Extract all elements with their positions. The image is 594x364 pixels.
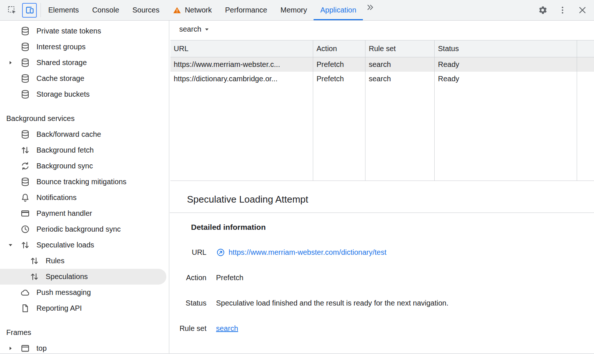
sidebar-item-label: Speculative loads [36, 241, 94, 249]
tab-memory[interactable]: Memory [274, 0, 314, 20]
settings-button[interactable] [535, 3, 550, 18]
detail-label: Status [170, 298, 206, 308]
cloud-icon [20, 288, 30, 297]
sidebar-item-notifications[interactable]: Notifications [0, 190, 169, 206]
sidebar-item-payment-handler[interactable]: Payment handler [0, 206, 169, 221]
cell-status: Ready [435, 57, 577, 72]
sidebar-item-rules[interactable]: Rules [0, 253, 169, 269]
database-icon [20, 26, 30, 36]
dropdown-arrow-icon [204, 27, 209, 32]
sidebar-item-background-sync[interactable]: Background sync [0, 158, 169, 174]
table-header-row: URL Action Rule set Status [170, 40, 594, 57]
sidebar-item-speculations[interactable]: Speculations [0, 269, 166, 285]
sidebar-item-label: Background sync [36, 162, 93, 170]
attempt-title: Speculative Loading Attempt [187, 193, 308, 205]
toolbar-divider [40, 3, 41, 17]
table-empty-area [170, 86, 594, 181]
sidebar-item-storage-buckets[interactable]: Storage buckets [0, 86, 169, 102]
inspect-element-button[interactable] [4, 3, 19, 18]
cell-url: https://dictionary.cambridge.or... [170, 72, 313, 86]
kebab-menu-icon [558, 5, 568, 15]
column-header-status[interactable]: Status [435, 40, 577, 57]
open-url-icon[interactable] [216, 248, 225, 257]
attempt-details: Detailed information URL https://www.mer… [170, 213, 594, 333]
database-icon [20, 129, 30, 139]
arrows-up-down-icon [20, 145, 30, 155]
inspect-icon [7, 5, 17, 15]
detail-row-action: Action Prefetch [170, 272, 594, 283]
sidebar-item-label: Payment handler [36, 209, 92, 218]
tab-elements[interactable]: Elements [42, 0, 85, 20]
tab-label: Network [185, 6, 212, 14]
column-header-rule-set[interactable]: Rule set [365, 40, 435, 57]
bell-icon [20, 193, 30, 203]
detail-section-title: Detailed information [191, 223, 594, 232]
database-icon [20, 89, 30, 99]
sidebar-item-label: Periodic background sync [36, 225, 121, 233]
detail-row-status: Status Speculative load finished and the… [170, 298, 594, 308]
table-row[interactable]: https://www.merriam-webster.c... Prefetc… [170, 57, 594, 72]
tab-console[interactable]: Console [85, 0, 125, 20]
sidebar-item-cache-storage[interactable]: Cache storage [0, 71, 169, 86]
expand-arrow-icon[interactable] [7, 60, 14, 66]
database-icon [20, 74, 30, 83]
sidebar-item-private-state-tokens[interactable]: Private state tokens [0, 23, 169, 39]
database-icon [20, 58, 30, 68]
clock-icon [20, 224, 30, 234]
gear-icon [538, 5, 548, 15]
tab-performance[interactable]: Performance [219, 0, 274, 20]
sidebar-item-label: Reporting API [36, 304, 82, 313]
sidebar-item-reporting-api[interactable]: Reporting API [0, 300, 169, 316]
detail-value: Prefetch [216, 272, 243, 283]
column-header-url[interactable]: URL [170, 40, 313, 57]
toolbar-left-icons [0, 0, 40, 20]
device-toolbar-button[interactable] [22, 3, 37, 18]
rule-set-link[interactable]: search [216, 323, 238, 333]
customize-menu-button[interactable] [555, 3, 570, 18]
sidebar-item-shared-storage[interactable]: Shared storage [0, 55, 169, 71]
tab-label: Console [92, 6, 119, 14]
sidebar-item-back-forward-cache[interactable]: Back/forward cache [0, 126, 169, 142]
sidebar-item-label: Shared storage [36, 58, 87, 67]
arrows-up-down-icon [29, 272, 39, 282]
collapse-arrow-icon[interactable] [7, 242, 14, 248]
tab-label: Sources [132, 6, 159, 14]
arrows-up-down-icon [20, 240, 30, 250]
tab-sources[interactable]: Sources [126, 0, 166, 20]
table-row[interactable]: https://dictionary.cambridge.or... Prefe… [170, 72, 594, 86]
sidebar-section-frames: Frames [0, 325, 169, 340]
sidebar-item-label: Speculations [46, 272, 88, 281]
speculations-table: URL Action Rule set Status https://www.m… [170, 40, 594, 181]
tab-label: Memory [280, 6, 307, 14]
sidebar-item-label: Push messaging [36, 288, 91, 297]
frame-icon [20, 343, 30, 353]
column-header-action[interactable]: Action [313, 40, 365, 57]
document-icon [20, 303, 30, 313]
sidebar-item-label: Private state tokens [36, 27, 101, 35]
tab-application[interactable]: Application [314, 0, 363, 20]
sidebar-item-label: Interest groups [36, 43, 85, 51]
expand-arrow-icon[interactable] [7, 345, 14, 351]
sidebar-item-background-fetch[interactable]: Background fetch [0, 142, 169, 158]
ruleset-filter-dropdown[interactable]: search [179, 25, 209, 33]
tab-network[interactable]: Network [166, 0, 218, 20]
more-tabs-button[interactable] [363, 0, 378, 15]
sidebar-item-interest-groups[interactable]: Interest groups [0, 39, 169, 55]
tab-label: Application [320, 6, 356, 14]
sidebar-item-periodic-background-sync[interactable]: Periodic background sync [0, 221, 169, 237]
close-icon [577, 5, 587, 15]
panel-tabs: Elements Console Sources Network Perform… [42, 0, 378, 20]
database-icon [20, 42, 30, 52]
close-devtools-button[interactable] [575, 3, 590, 18]
cell-rule-set: search [365, 57, 435, 72]
sidebar-item-bounce-tracking-mitigations[interactable]: Bounce tracking mitigations [0, 174, 169, 190]
tab-label: Elements [48, 6, 79, 14]
sidebar-item-push-messaging[interactable]: Push messaging [0, 285, 169, 300]
attempt-url-link[interactable]: https://www.merriam-webster.com/dictiona… [229, 247, 386, 257]
devtools-window: Elements Console Sources Network Perform… [0, 0, 594, 364]
sidebar-item-speculative-loads[interactable]: Speculative loads [0, 237, 169, 253]
cell-action: Prefetch [313, 72, 365, 86]
sidebar-item-label: Cache storage [36, 74, 84, 83]
detail-label: Action [170, 272, 206, 283]
detail-label: URL [170, 247, 206, 257]
